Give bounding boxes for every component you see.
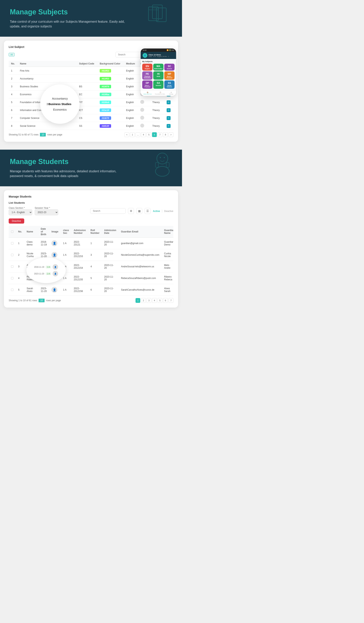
cell-color: #53ffba: [97, 90, 124, 98]
prev-page-btn[interactable]: <: [124, 132, 129, 137]
cell-checkbox[interactable]: [9, 284, 16, 296]
students-page-2-btn[interactable]: 2: [141, 298, 146, 303]
subject-icon: EN: [146, 65, 149, 68]
page-1-btn[interactable]: 1: [130, 132, 135, 137]
nav-foundation[interactable]: 📋 Foundation of Infor...: [155, 92, 166, 95]
students-pagination: 1 2 3 4 5 6 7: [136, 298, 173, 303]
per-page-box[interactable]: 10: [40, 133, 46, 137]
status-active-btn[interactable]: Active: [153, 210, 160, 213]
status-deactive-btn[interactable]: Deactive: [164, 210, 173, 213]
tooltip-avatar-1: 👤: [53, 264, 58, 270]
cell-code: FIT: [77, 98, 97, 106]
page-8-btn[interactable]: 8: [163, 132, 168, 137]
phone-subject-card[interactable]: MAMathematics: [153, 64, 163, 70]
dropdown-item-accountancy[interactable]: Accountancy: [52, 97, 68, 100]
cell-checkbox[interactable]: [9, 238, 16, 249]
subject-label: Social Science: [165, 85, 174, 88]
cell-roll: 4: [88, 261, 102, 272]
students-settings-btn[interactable]: ⚙: [128, 208, 134, 214]
subjects-card: List Subject All ⚙ ▦ ☰ No. Name Subject …: [4, 41, 178, 142]
students-page-6-btn[interactable]: 6: [163, 298, 168, 303]
students-page-5-btn[interactable]: 5: [158, 298, 162, 303]
page-7-btn[interactable]: 7: [158, 132, 162, 137]
dropdown-item-business[interactable]: Business Studies: [48, 103, 72, 106]
subject-icon: HI: [157, 72, 160, 75]
cell-image: [138, 98, 150, 106]
subject-icon: DP: [146, 82, 149, 84]
nav-settings[interactable]: ⚙ Settings: [169, 92, 173, 95]
student-illustration-icon: [150, 152, 174, 178]
cell-no: 4: [16, 272, 24, 284]
cell-name: Fine Arts: [18, 67, 77, 75]
page-6-btn[interactable]: 6: [152, 132, 157, 137]
nav-home[interactable]: 🏠 Home and Com: [143, 92, 152, 95]
phone-subject-card[interactable]: DPDance - Practical: [142, 80, 152, 89]
deactive-btn[interactable]: Deactive: [9, 219, 24, 223]
phone-subject-card[interactable]: SCScience: [164, 64, 175, 70]
svg-point-8: [164, 157, 165, 158]
phone-time: 10:32: [142, 49, 146, 51]
edit-btn[interactable]: ✏: [167, 108, 171, 112]
students-page-7-btn[interactable]: 7: [169, 298, 173, 303]
phone-subject-card[interactable]: SASanskrit: [153, 80, 163, 89]
svg-point-5: [157, 153, 168, 164]
cell-admission-no: 2022-23121: [71, 238, 88, 249]
cell-class-sec: 1 A: [61, 249, 71, 261]
filter-all-tag[interactable]: All: [9, 53, 15, 56]
col-guardian-email: Guardian Email: [119, 226, 162, 238]
cell-checkbox[interactable]: [9, 272, 16, 284]
students-page-4-btn[interactable]: 4: [152, 298, 157, 303]
cell-name: Class demo: [24, 238, 38, 249]
cell-checkbox[interactable]: [9, 261, 16, 272]
subject-icon: SS: [168, 82, 171, 84]
col-no: No.: [9, 61, 18, 67]
col-no: No.: [16, 226, 24, 238]
edit-btn[interactable]: ✏: [167, 116, 171, 120]
subject-icon: SA: [157, 82, 160, 84]
phone-subject-card[interactable]: PEPhysical Education: [142, 71, 152, 80]
students-hero-description: Manage students with features like admis…: [10, 169, 128, 178]
col-class-sec: class Sec: [61, 226, 71, 238]
cell-checkbox[interactable]: [9, 249, 16, 261]
cell-admission-no: 2022-2312155: [71, 272, 88, 284]
students-per-page-box[interactable]: 10: [39, 298, 44, 302]
cell-no: 4: [9, 90, 18, 98]
cell-roll: 1: [88, 238, 102, 249]
dropdown-item-economics[interactable]: Economics: [53, 108, 67, 111]
table-row: 5 Sarah Alves 2023-11-20 👤 1 A 2022-2312…: [9, 284, 173, 296]
cell-no: 3: [9, 83, 18, 90]
phone-subject-card[interactable]: HIHindi: [153, 71, 163, 80]
cell-type: Theory: [150, 106, 164, 114]
students-page-1-btn[interactable]: 1: [136, 298, 140, 303]
session-year-select[interactable]: 2022-23: [35, 209, 58, 215]
page-4-btn[interactable]: 4: [141, 132, 146, 137]
svg-point-6: [155, 166, 169, 176]
cell-guardian-name: Guardian Demo: [162, 238, 173, 249]
cell-color: #53e1ff: [97, 106, 124, 114]
phone-subject-card[interactable]: ENEnglish: [142, 64, 152, 70]
students-grid-btn[interactable]: ▦: [136, 208, 142, 214]
col-checkbox: [9, 226, 16, 238]
col-name: Name: [18, 61, 77, 67]
students-page-3-btn[interactable]: 3: [146, 298, 151, 303]
table-row: 7 Computer Science CS #5387ff English Th…: [9, 114, 173, 122]
edit-btn[interactable]: ✏: [167, 124, 171, 128]
cell-guardian-name: Melo Andre: [162, 261, 173, 272]
subject-label: Sanskrit: [156, 85, 161, 86]
table-row: 6 Information and Communication Technolo…: [9, 106, 173, 114]
dropdown-number: 3: [46, 103, 48, 106]
students-list-btn[interactable]: ☰: [144, 208, 150, 214]
phone-class-name: Class 10 demo: [148, 54, 169, 56]
phone-subject-card[interactable]: MPMusic - Practical: [164, 71, 175, 80]
edit-btn[interactable]: ✏: [167, 100, 171, 104]
cell-image: [138, 114, 150, 122]
phone-subject-card[interactable]: SSSocial Science: [164, 80, 175, 89]
page-5-btn[interactable]: 5: [146, 132, 151, 137]
subjects-showing-text: Showing 51 to 60 of 71 rows 10 rows per …: [9, 133, 62, 136]
subject-label: Dance - Practical: [143, 85, 152, 88]
class-section-select[interactable]: 1 A - English: [9, 209, 32, 215]
subjects-hero-section: Manage Subjects Take control of your cur…: [0, 0, 182, 37]
students-search-input[interactable]: [90, 208, 126, 214]
cell-admission-date: 2023-11-20: [102, 238, 119, 249]
next-page-btn[interactable]: >: [169, 132, 173, 137]
